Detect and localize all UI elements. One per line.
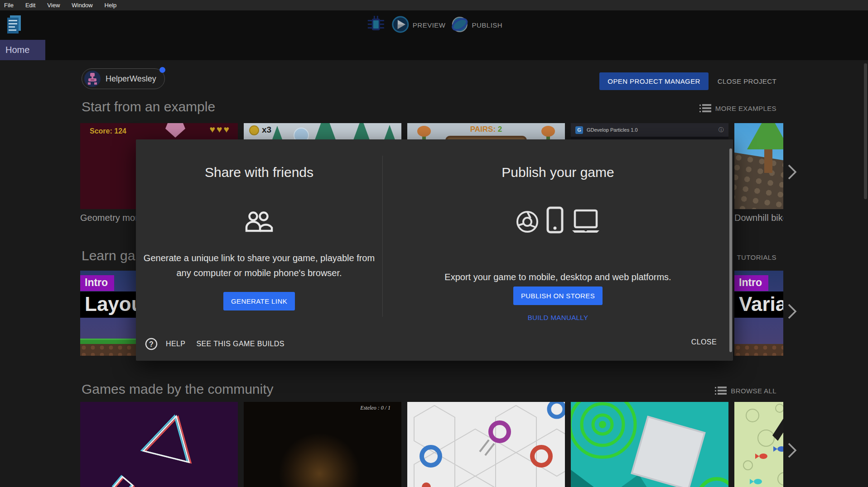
close-dialog-button[interactable]: CLOSE	[689, 334, 719, 350]
main-scrollbar[interactable]	[864, 63, 867, 199]
publish-label: PUBLISH	[472, 21, 502, 29]
more-examples-button[interactable]: MORE EXAMPLES	[699, 104, 776, 112]
publish-description: Export your game to mobile, desktop and …	[383, 270, 733, 285]
pentagon-shape	[165, 123, 185, 138]
chrome-icon	[516, 210, 539, 234]
coin-icon	[249, 125, 259, 135]
debug-icon[interactable]	[366, 14, 386, 37]
hearts-icons: ♥♥♥	[210, 124, 231, 135]
puffer-fish	[541, 126, 555, 137]
menu-help[interactable]: Help	[105, 2, 117, 9]
example-card-downhill-bike[interactable]: G Downhill bike racing	[734, 123, 783, 227]
help-button[interactable]: HELP	[163, 336, 188, 352]
gdevelop-logo-icon: G	[575, 126, 583, 134]
preview-button[interactable]: PREVIEW	[392, 16, 446, 35]
share-description: Generate a unique link to share your gam…	[136, 251, 382, 281]
preview-icon	[392, 16, 409, 35]
score-counter: Esteleo : 0 / 1	[360, 405, 391, 411]
examples-next-chevron-icon[interactable]	[787, 164, 801, 180]
platform-icons	[383, 206, 733, 234]
community-card-teal-abstract[interactable]	[571, 402, 728, 487]
share-dialog: Share with friends Generate a unique lin…	[136, 139, 733, 361]
app-window: File Edit View Window Help	[0, 0, 868, 487]
dialog-scrollbar[interactable]	[729, 148, 732, 352]
people-icon	[136, 211, 382, 233]
preview-label: PREVIEW	[413, 21, 446, 29]
tutorials-next-chevron-icon[interactable]	[787, 303, 801, 320]
publish-button[interactable]: PUBLISH	[451, 16, 502, 35]
community-card-neon-shapes[interactable]	[80, 402, 238, 487]
share-title: Share with friends	[136, 165, 382, 180]
share-panel: Share with friends Generate a unique lin…	[136, 139, 382, 361]
game-window-titlebar: G GDevelop Particles 1.0 ⓘ	[571, 123, 728, 137]
community-section-title: Games made by the community	[82, 382, 274, 397]
tab-home[interactable]: Home	[0, 40, 45, 60]
score-text: Score: 124	[90, 127, 126, 135]
generate-link-button[interactable]: GENERATE LINK	[223, 292, 295, 310]
notification-dot	[159, 67, 165, 73]
menu-edit[interactable]: Edit	[25, 2, 35, 9]
tutorial-badge: Intro	[80, 275, 114, 291]
tutorial-title: Variables	[734, 291, 783, 318]
examples-section-title: Start from an example	[82, 99, 215, 115]
list-icon	[715, 387, 727, 395]
username: HelperWesley	[106, 74, 156, 84]
build-manually-link[interactable]: BUILD MANUALLY	[528, 314, 588, 321]
menu-window[interactable]: Window	[72, 2, 92, 9]
community-card-night-scene[interactable]: Esteleo : 0 / 1	[244, 402, 401, 487]
laptop-icon	[571, 209, 601, 234]
see-game-builds-button[interactable]: SEE THIS GAME BUILDS	[193, 336, 287, 352]
cobblestone-slope	[734, 151, 783, 209]
list-icon	[699, 104, 711, 112]
publish-on-stores-button[interactable]: PUBLISH ON STORES	[513, 286, 603, 305]
tree-shape	[747, 123, 783, 149]
community-card-fish-pond[interactable]	[734, 402, 783, 487]
publish-title: Publish your game	[383, 165, 733, 180]
community-next-chevron-icon[interactable]	[787, 442, 801, 458]
community-card-hexagons[interactable]	[407, 402, 565, 487]
project-manager-icon[interactable]	[5, 14, 24, 35]
user-chip[interactable]: HelperWesley	[82, 68, 165, 89]
publish-panel: Publish your game	[383, 139, 733, 361]
toolbar: PREVIEW PUBLISH	[0, 10, 868, 40]
puffer-fish	[417, 126, 431, 137]
menu-view[interactable]: View	[47, 2, 60, 9]
svg-text:?: ?	[149, 340, 154, 348]
open-project-manager-button[interactable]: OPEN PROJECT MANAGER	[599, 72, 708, 90]
menu-bar: File Edit View Window Help	[0, 0, 868, 10]
browse-all-button[interactable]: BROWSE ALL	[715, 387, 776, 395]
header-buttons: OPEN PROJECT MANAGER CLOSE PROJECT	[599, 72, 779, 90]
tab-bar: Home	[0, 40, 868, 60]
smartphone-icon	[546, 206, 564, 234]
community-carousel: Esteleo : 0 / 1	[80, 402, 783, 487]
menu-file[interactable]: File	[4, 2, 14, 9]
publish-icon	[451, 16, 468, 35]
help-icon: ?	[145, 338, 158, 350]
tutorial-badge: Intro	[734, 275, 768, 291]
avatar	[84, 71, 101, 87]
close-project-button[interactable]: CLOSE PROJECT	[715, 73, 779, 90]
info-icon: ⓘ	[719, 126, 724, 134]
tutorial-card-variables[interactable]: Variables Intro +1	[734, 271, 783, 356]
